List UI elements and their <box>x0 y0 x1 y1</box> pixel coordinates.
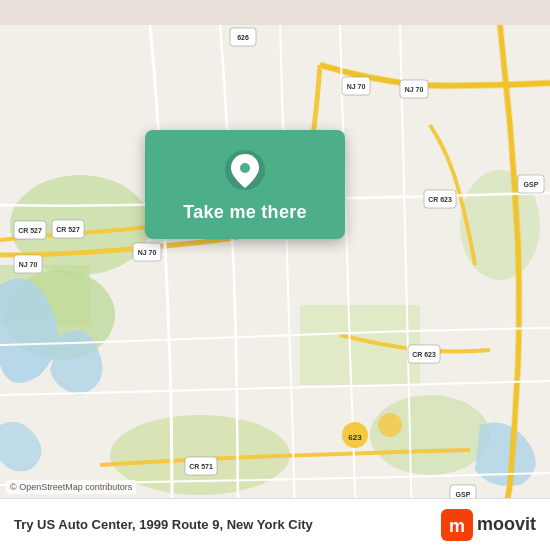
moovit-logo: m moovit <box>441 509 536 541</box>
svg-text:NJ 70: NJ 70 <box>138 249 157 256</box>
bottom-bar: Try US Auto Center, 1999 Route 9, New Yo… <box>0 498 550 550</box>
svg-text:CR 623: CR 623 <box>412 351 436 358</box>
svg-point-8 <box>378 413 402 437</box>
moovit-icon: m <box>441 509 473 541</box>
svg-text:NJ 70: NJ 70 <box>405 86 424 93</box>
svg-point-36 <box>240 163 250 173</box>
svg-rect-7 <box>300 305 420 385</box>
moovit-text: moovit <box>477 514 536 535</box>
location-name: Try US Auto Center, 1999 Route 9, New Yo… <box>14 517 313 532</box>
svg-text:CR 623: CR 623 <box>428 196 452 203</box>
svg-text:GSP: GSP <box>456 491 471 498</box>
svg-text:GSP: GSP <box>524 181 539 188</box>
map-background: NJ 70 NJ 70 NJ 70 CR 527 CR 623 GSP CR 6… <box>0 0 550 550</box>
bottom-left: Try US Auto Center, 1999 Route 9, New Yo… <box>14 517 313 532</box>
svg-text:CR 571: CR 571 <box>189 463 213 470</box>
svg-text:CR 527: CR 527 <box>18 227 42 234</box>
map-container: NJ 70 NJ 70 NJ 70 CR 527 CR 623 GSP CR 6… <box>0 0 550 550</box>
location-pin-icon <box>223 148 267 192</box>
svg-text:NJ 70: NJ 70 <box>347 83 366 90</box>
take-me-there-button-label: Take me there <box>183 202 307 223</box>
take-me-there-card[interactable]: Take me there <box>145 130 345 239</box>
svg-text:623: 623 <box>348 433 362 442</box>
svg-text:CR 527: CR 527 <box>56 226 80 233</box>
svg-text:626: 626 <box>237 34 249 41</box>
osm-attribution: © OpenStreetMap contributors <box>6 480 136 494</box>
svg-text:m: m <box>449 516 465 536</box>
svg-text:NJ 70: NJ 70 <box>19 261 38 268</box>
